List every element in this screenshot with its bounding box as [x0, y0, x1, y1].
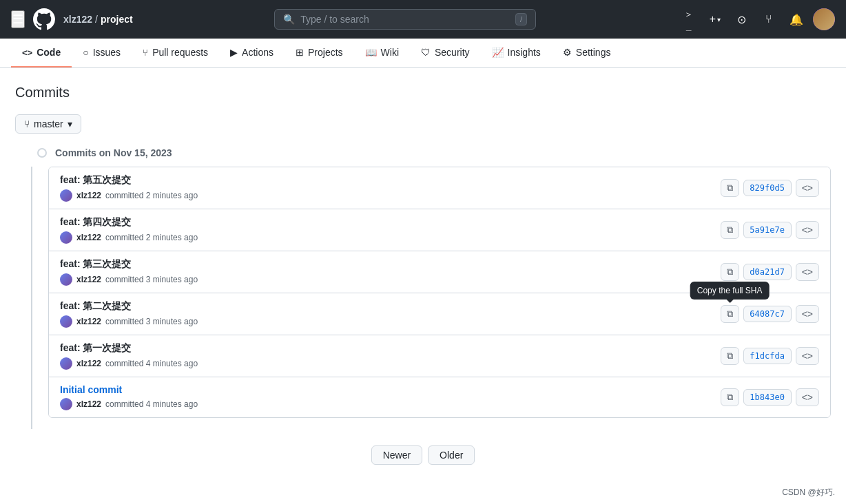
browse-files-button-c2[interactable]: <>	[796, 221, 819, 239]
commit-actions-c1: ⧉ 829f0d5 <>	[721, 179, 819, 197]
commit-time-c2: committed 2 minutes ago	[105, 233, 198, 242]
copy-sha-button-c6[interactable]: ⧉	[721, 388, 739, 406]
commit-sha-c5[interactable]: f1dcfda	[743, 348, 792, 364]
browse-files-button-c4[interactable]: <>	[796, 305, 819, 323]
branch-icon: ⑂	[24, 118, 30, 129]
browse-icon-c1: <>	[802, 182, 813, 193]
commit-author-c4[interactable]: xlz122	[76, 317, 101, 326]
avatar-c3	[60, 273, 72, 286]
commit-meta-c1: xlz122 committed 2 minutes ago	[60, 189, 721, 202]
nav-label-pull-requests: Pull requests	[152, 47, 208, 58]
copy-icon-c2: ⧉	[727, 224, 733, 235]
commit-title-c6[interactable]: Initial commit	[60, 384, 721, 395]
avatar-c5	[60, 357, 72, 370]
commit-meta-c4: xlz122 committed 3 minutes ago	[60, 315, 721, 328]
commit-row: feat: 第四次提交 xlz122 committed 2 minutes a…	[49, 209, 830, 251]
commit-sha-c3[interactable]: d0a21d7	[743, 264, 792, 280]
issues-icon-button[interactable]: ⊙	[730, 8, 752, 30]
commit-sha-c1[interactable]: 829f0d5	[743, 180, 792, 196]
commit-author-c3[interactable]: xlz122	[76, 275, 101, 284]
hamburger-button[interactable]: ☰	[11, 10, 25, 28]
nav-item-code[interactable]: <> Code	[11, 39, 72, 67]
copy-sha-button-c1[interactable]: ⧉	[721, 179, 739, 197]
copy-sha-button-c3[interactable]: ⧉	[721, 263, 739, 281]
commit-author-c2[interactable]: xlz122	[76, 233, 101, 242]
terminal-icon: ＞_	[682, 8, 696, 31]
nav-item-insights[interactable]: 📈 Insights	[481, 39, 552, 67]
projects-icon: ⊞	[296, 47, 304, 58]
commit-sha-c6[interactable]: 1b843e0	[743, 389, 792, 406]
circle-dot-icon: ⊙	[737, 13, 746, 26]
branch-caret-icon: ▾	[68, 118, 72, 129]
browse-icon-c2: <>	[802, 224, 813, 235]
commit-title-c1[interactable]: feat: 第五次提交	[60, 174, 721, 187]
commit-meta-c2: xlz122 committed 2 minutes ago	[60, 231, 721, 244]
commit-info: feat: 第四次提交 xlz122 committed 2 minutes a…	[60, 216, 721, 244]
nav-item-projects[interactable]: ⊞ Projects	[285, 39, 354, 67]
notifications-button[interactable]: 🔔	[785, 8, 807, 30]
pagination: Newer Older	[15, 445, 831, 465]
commit-author-c5[interactable]: xlz122	[76, 359, 101, 368]
commit-title-c3[interactable]: feat: 第三次提交	[60, 258, 721, 271]
commit-time-c4: committed 3 minutes ago	[105, 317, 198, 326]
commit-time-c1: committed 2 minutes ago	[105, 191, 198, 200]
timeline-dot	[37, 148, 47, 158]
older-button[interactable]: Older	[428, 445, 475, 465]
actions-icon: ▶	[230, 47, 238, 58]
commit-title-c2[interactable]: feat: 第四次提交	[60, 216, 721, 229]
nav-item-security[interactable]: 🛡 Security	[410, 39, 481, 67]
browse-files-button-c3[interactable]: <>	[796, 263, 819, 281]
copy-sha-button-c5[interactable]: ⧉	[721, 347, 739, 365]
nav-label-projects: Projects	[308, 47, 343, 58]
page-title: Commits	[15, 85, 831, 101]
avatar-c6	[60, 398, 72, 410]
pull-request-icon: ⑂	[765, 13, 772, 25]
nav-label-settings: Settings	[576, 47, 611, 58]
commit-sha-c2[interactable]: 5a91e7e	[743, 222, 792, 238]
nav-label-security: Security	[435, 47, 470, 58]
plus-icon: +	[710, 13, 716, 25]
commit-author-c6[interactable]: xlz122	[76, 399, 101, 409]
avatar-c4	[60, 315, 72, 328]
copy-sha-button-c2[interactable]: ⧉	[721, 221, 739, 239]
breadcrumb-separator: /	[95, 14, 98, 25]
branch-selector[interactable]: ⑂ master ▾	[15, 114, 81, 134]
browse-files-button-c6[interactable]: <>	[796, 388, 819, 406]
browse-files-button-c5[interactable]: <>	[796, 347, 819, 365]
nav-item-issues[interactable]: ○ Issues	[72, 39, 132, 67]
commit-meta-c6: xlz122 committed 4 minutes ago	[60, 398, 721, 410]
insights-icon: 📈	[492, 47, 504, 58]
nav-item-pull-requests[interactable]: ⑂ Pull requests	[132, 39, 219, 67]
nav-label-insights: Insights	[508, 47, 541, 58]
search-box[interactable]: 🔍 Type / to search /	[274, 9, 536, 30]
commit-title-c5[interactable]: feat: 第一次提交	[60, 342, 721, 355]
timeline-line-col	[15, 167, 48, 429]
terminal-button[interactable]: ＞_	[678, 8, 700, 30]
avatar[interactable]	[813, 8, 835, 30]
nav-item-actions[interactable]: ▶ Actions	[219, 39, 285, 67]
copy-sha-button-c4[interactable]: ⧉	[721, 305, 739, 323]
nav-item-settings[interactable]: ⚙ Settings	[552, 39, 622, 67]
copy-icon-c4: ⧉	[727, 308, 733, 319]
browse-icon-c6: <>	[802, 392, 813, 403]
commits-date: Commits on Nov 15, 2023	[55, 147, 172, 158]
commit-row: Initial commit xlz122 committed 4 minute…	[49, 377, 830, 417]
commit-title-c4[interactable]: feat: 第二次提交	[60, 300, 721, 313]
commit-sha-c4[interactable]: 64087c7	[743, 306, 792, 322]
commit-author-c1[interactable]: xlz122	[76, 191, 101, 200]
browse-files-button-c1[interactable]: <>	[796, 179, 819, 197]
tooltip-container-c4: ⧉ Copy the full SHA	[721, 305, 739, 323]
commits-list-wrapper: feat: 第五次提交 xlz122 committed 2 minutes a…	[48, 167, 831, 429]
avatar-c2	[60, 231, 72, 244]
newer-button[interactable]: Newer	[371, 445, 422, 465]
pulls-icon-button[interactable]: ⑂	[758, 8, 780, 30]
copy-icon-c3: ⧉	[727, 266, 733, 277]
nav-item-wiki[interactable]: 📖 Wiki	[354, 39, 410, 67]
new-button[interactable]: + ▾	[705, 9, 725, 30]
github-logo[interactable]	[33, 8, 55, 30]
breadcrumb-repo[interactable]: project	[101, 14, 133, 25]
search-shortcut: /	[515, 13, 527, 25]
commit-meta-c3: xlz122 committed 3 minutes ago	[60, 273, 721, 286]
breadcrumb-user[interactable]: xlz122	[63, 14, 92, 25]
commit-row: feat: 第三次提交 xlz122 committed 3 minutes a…	[49, 251, 830, 293]
